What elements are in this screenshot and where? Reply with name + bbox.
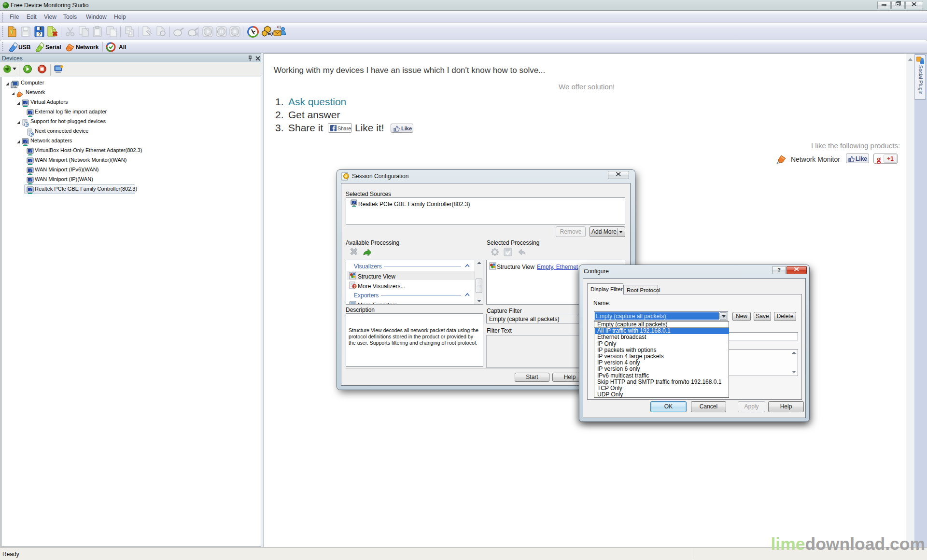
svg-text:?: ?	[26, 123, 28, 127]
svg-text:?: ?	[353, 284, 356, 289]
svg-text:?: ?	[30, 132, 33, 137]
svg-text:?: ?	[38, 32, 41, 37]
